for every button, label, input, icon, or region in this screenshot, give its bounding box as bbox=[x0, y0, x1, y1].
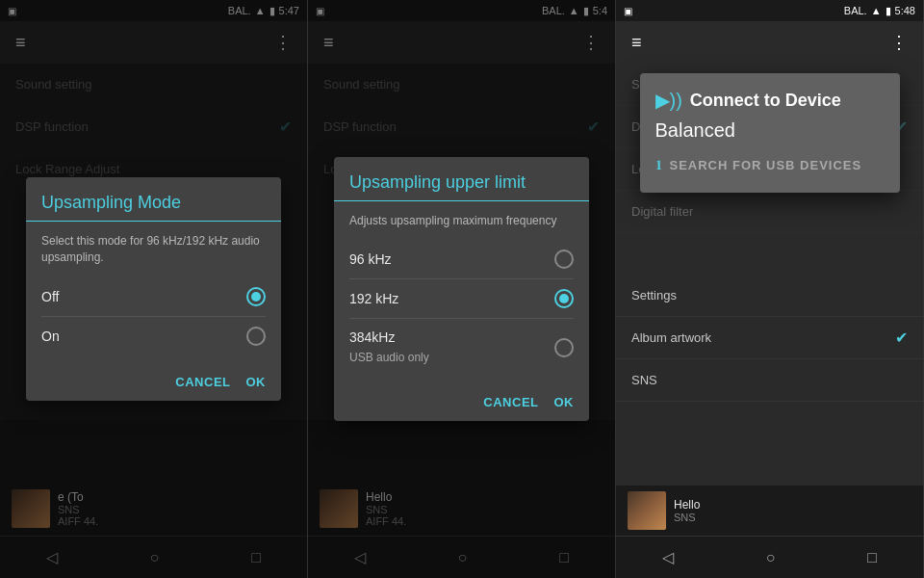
song-name-3: Hello bbox=[674, 498, 911, 512]
radio-label-off: Off bbox=[41, 289, 59, 304]
radio-option-off[interactable]: Off bbox=[41, 277, 266, 317]
radio-label-on: On bbox=[41, 328, 60, 344]
dialog-overlay-2: Upsampling upper limit Adjusts upsamplin… bbox=[308, 0, 615, 578]
radio-label-96khz: 96 kHz bbox=[349, 251, 392, 267]
song-row-3: Hello SNS bbox=[616, 486, 923, 536]
hamburger-icon-3[interactable]: ≡ bbox=[631, 33, 642, 53]
search-usb-label: SEARCH FOR USB DEVICES bbox=[670, 158, 862, 172]
carrier-text-3: BAL. bbox=[844, 5, 867, 16]
radio-option-96khz[interactable]: 96 kHz bbox=[349, 240, 574, 279]
radio-option-on[interactable]: On bbox=[41, 317, 266, 355]
back-button-3[interactable]: ◁ bbox=[662, 548, 674, 566]
dialog-title-1: Upsampling Mode bbox=[26, 177, 281, 222]
radio-circle-96khz[interactable] bbox=[554, 250, 574, 269]
more-icon-3[interactable]: ⋮ bbox=[890, 32, 908, 53]
radio-label-384khz: 384kHzUSB audio only bbox=[349, 328, 429, 366]
connect-subtitle: Balanced bbox=[655, 119, 885, 142]
settings-item-album-3[interactable]: Album artwork ✔ bbox=[616, 317, 923, 359]
radio-circle-off[interactable] bbox=[246, 287, 266, 306]
connect-dialog-container: ▶︎)) Connect to Device Balanced 𝟏 SEARCH… bbox=[640, 73, 900, 193]
cancel-button-2[interactable]: CANCEL bbox=[483, 395, 538, 409]
ok-button-2[interactable]: OK bbox=[554, 395, 575, 409]
connect-to-device-dialog: ▶︎)) Connect to Device Balanced 𝟏 SEARCH… bbox=[640, 73, 900, 193]
album-art-3 bbox=[628, 491, 666, 530]
settings-item-digital-3: Digital filter bbox=[616, 191, 923, 233]
radio-circle-192khz[interactable] bbox=[554, 289, 574, 308]
usb-icon: 𝟏 bbox=[655, 157, 662, 173]
notification-icon-3: ▣ bbox=[624, 6, 632, 16]
settings-label-album-3: Album artwork bbox=[631, 330, 711, 345]
upsampling-mode-dialog: Upsampling Mode Select this mode for 96 … bbox=[26, 177, 281, 401]
cancel-button-1[interactable]: CANCEL bbox=[175, 375, 230, 389]
dialog-body-2: Adjusts upsampling maximum frequency 96 … bbox=[334, 201, 589, 388]
nav-bar-3: ◁ ○ □ bbox=[616, 536, 923, 578]
settings-item-sns-3[interactable]: SNS bbox=[616, 359, 923, 402]
radio-label-192khz: 192 kHz bbox=[349, 291, 398, 306]
bottom-settings-3: Settings Album artwork ✔ SNS bbox=[616, 275, 923, 486]
dialog-overlay-1: Upsampling Mode Select this mode for 96 … bbox=[0, 0, 307, 578]
radio-option-192khz[interactable]: 192 kHz bbox=[349, 279, 574, 319]
cast-icon: ▶︎)) bbox=[655, 89, 682, 112]
recent-button-3[interactable]: □ bbox=[867, 549, 877, 566]
home-button-3[interactable]: ○ bbox=[766, 549, 776, 566]
settings-item-settings-3[interactable]: Settings bbox=[616, 275, 923, 317]
connect-title: Connect to Device bbox=[690, 91, 841, 111]
dialog-description-2: Adjusts upsampling maximum frequency bbox=[349, 213, 574, 229]
search-usb-button[interactable]: 𝟏 SEARCH FOR USB DEVICES bbox=[655, 153, 885, 177]
ok-button-1[interactable]: OK bbox=[246, 375, 267, 389]
app-bar-3: ≡ ⋮ bbox=[616, 21, 923, 64]
time-3: 5:48 bbox=[895, 5, 915, 16]
phone-screen-2: ▣ BAL. ▲ ▮ 5:4 ≡ ⋮ Sound setting DSP fun… bbox=[308, 0, 616, 578]
check-icon-album-3: ✔ bbox=[895, 328, 908, 347]
song-sub-3: SNS bbox=[674, 512, 911, 523]
connect-header: ▶︎)) Connect to Device bbox=[655, 89, 885, 112]
song-info-3: Hello SNS bbox=[674, 498, 911, 523]
phone-screen-1: ▣ BAL. ▲ ▮ 5:47 ≡ ⋮ Sound setting DSP fu… bbox=[0, 0, 308, 578]
dialog-description-1: Select this mode for 96 kHz/192 kHz audi… bbox=[41, 233, 266, 266]
wifi-icon-3: ▲ bbox=[871, 5, 882, 16]
settings-label-digital-3: Digital filter bbox=[631, 204, 693, 219]
settings-label-sns-3: SNS bbox=[631, 373, 657, 387]
radio-circle-384khz[interactable] bbox=[554, 338, 574, 357]
dialog-actions-2: CANCEL OK bbox=[334, 387, 589, 421]
status-bar-3: ▣ BAL. ▲ ▮ 5:48 bbox=[616, 0, 923, 21]
phone-screen-3: ▣ BAL. ▲ ▮ 5:48 ≡ ⋮ Sound setting DSP fu… bbox=[616, 0, 924, 578]
dialog-actions-1: CANCEL OK bbox=[26, 367, 281, 401]
radio-circle-on[interactable] bbox=[246, 327, 266, 346]
radio-option-384khz[interactable]: 384kHzUSB audio only bbox=[349, 319, 574, 376]
dialog-title-2: Upsampling upper limit bbox=[334, 157, 589, 201]
album-art-inner-3 bbox=[628, 491, 666, 530]
status-right-3: BAL. ▲ ▮ 5:48 bbox=[844, 5, 915, 17]
upsampling-upper-dialog: Upsampling upper limit Adjusts upsamplin… bbox=[334, 157, 589, 422]
battery-icon-3: ▮ bbox=[886, 5, 891, 17]
settings-list-3: Sound setting DSP function ✔ Lock Range … bbox=[616, 64, 923, 275]
dialog-body-1: Select this mode for 96 kHz/192 kHz audi… bbox=[26, 222, 281, 367]
settings-label-settings-3: Settings bbox=[631, 288, 677, 302]
status-left-3: ▣ bbox=[624, 6, 632, 16]
